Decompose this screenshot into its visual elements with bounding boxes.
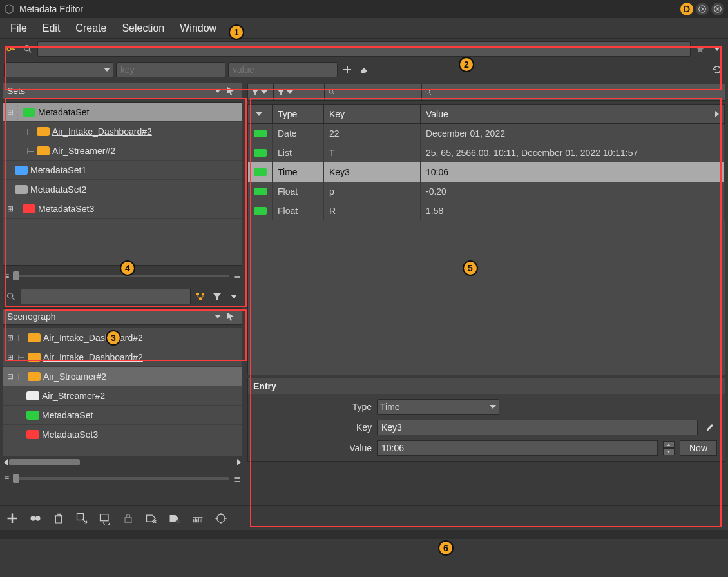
node-label: MetadataSet1 xyxy=(30,165,86,175)
assign-scene-button[interactable] xyxy=(98,511,112,525)
entry-value-input[interactable] xyxy=(377,440,658,456)
node-label: MetadataSet3 xyxy=(42,429,98,440)
table-body[interactable]: Date 22 December 01, 2022 List T 25, 65,… xyxy=(247,124,725,375)
star-icon[interactable] xyxy=(693,42,707,56)
remove-tag-button[interactable] xyxy=(144,511,158,525)
menu-edit[interactable]: Edit xyxy=(36,20,67,37)
th-value[interactable]: Value xyxy=(421,105,725,123)
expand-toggle[interactable]: ⊟ xyxy=(6,372,15,381)
edit-icon[interactable] xyxy=(703,420,717,435)
node-icon xyxy=(28,353,41,362)
scroll-right-icon[interactable] xyxy=(715,111,719,117)
now-button[interactable]: Now xyxy=(680,440,717,456)
table-row[interactable]: Time Key3 10:06 xyxy=(248,162,725,182)
pointer-icon[interactable] xyxy=(224,84,238,98)
app-icon xyxy=(4,4,14,14)
cell-type: Float xyxy=(273,201,324,220)
table-row[interactable]: Date 22 December 01, 2022 xyxy=(248,124,725,143)
cell-type: Date xyxy=(273,124,324,143)
scenegraph-header-label: Scenegraph xyxy=(7,311,212,322)
tree-row[interactable]: ⊟ MetadataSet xyxy=(3,103,242,122)
sets-tree[interactable]: ⊟ MetadataSet ⊢ Air_Intake_Dashboard#2 ⊢… xyxy=(3,102,242,266)
row-tag-icon xyxy=(254,188,267,195)
scenegraph-zoom-slider[interactable]: ≡ ≣ xyxy=(4,471,241,486)
menu-selection[interactable]: Selection xyxy=(115,20,171,37)
tree-row[interactable]: MetadataSet2 xyxy=(3,180,242,199)
tree-row[interactable]: MetadataSet xyxy=(3,406,242,425)
value-input[interactable] xyxy=(228,62,338,77)
delete-button[interactable] xyxy=(52,511,66,525)
tree-row[interactable]: ⊟ ⊢ Air_Streamer#2 xyxy=(3,367,242,386)
svg-point-3 xyxy=(24,46,30,51)
svg-rect-7 xyxy=(199,298,202,300)
lock-button[interactable] xyxy=(121,511,135,525)
filter-icon[interactable] xyxy=(210,289,224,304)
svg-rect-13 xyxy=(101,514,109,520)
scenegraph-tree[interactable]: ⊞ ⊢ Air_Intake_Dashboard#2 ⊞ ⊢ Air_Intak… xyxy=(3,328,242,456)
filter-key-cell[interactable] xyxy=(325,84,421,101)
th-icon[interactable] xyxy=(248,105,273,123)
th-key[interactable]: Key xyxy=(324,105,421,123)
tree-row[interactable]: ⊢ Air_Intake_Dashboard#2 xyxy=(3,122,242,141)
brush-button[interactable] xyxy=(191,511,205,525)
callout-6: 6 xyxy=(438,540,454,556)
entry-key-input[interactable] xyxy=(377,420,698,435)
menu-window[interactable]: Window xyxy=(173,20,223,37)
scenegraph-dropdown-icon[interactable] xyxy=(215,315,221,318)
cell-key: 22 xyxy=(324,124,421,143)
refresh-icon[interactable] xyxy=(710,63,724,77)
assign-select-button[interactable] xyxy=(75,511,89,525)
tree-row[interactable]: ⊞ ⊢ Air_Intake_Dashboard#2 xyxy=(3,347,242,367)
expand-toggle[interactable]: ⊞ xyxy=(6,333,15,342)
tree-row[interactable]: MetadataSet3 xyxy=(3,425,242,444)
tree-row[interactable]: ⊞ MetadataSet3 xyxy=(3,199,242,219)
filter-value-cell[interactable] xyxy=(421,84,725,101)
remove-tag2-button[interactable] xyxy=(168,511,182,525)
filter-icon-cell[interactable] xyxy=(247,84,273,101)
table-row[interactable]: Float p -0.20 xyxy=(248,182,725,201)
scenegraph-hscroll[interactable] xyxy=(3,458,242,467)
key-icon[interactable] xyxy=(4,42,18,56)
svg-point-0 xyxy=(699,6,706,13)
kv-type-combo[interactable] xyxy=(4,62,113,77)
detach-button[interactable] xyxy=(696,3,709,15)
pin-icon: ⊢ xyxy=(17,371,25,382)
erase-icon[interactable] xyxy=(357,63,371,77)
node-label: Air_Intake_Dashboard#2 xyxy=(43,352,143,362)
filter-dropdown[interactable] xyxy=(227,289,241,304)
entry-value-label: Value xyxy=(256,443,372,453)
key-input[interactable] xyxy=(116,62,225,77)
global-search-input[interactable] xyxy=(37,41,691,57)
scenegraph-header[interactable]: Scenegraph xyxy=(3,308,242,325)
d-badge[interactable]: D xyxy=(680,3,693,15)
add-button[interactable] xyxy=(5,511,19,525)
expand-toggle[interactable]: ⊞ xyxy=(6,353,15,362)
scenegraph-search-input[interactable] xyxy=(21,289,191,304)
menu-create[interactable]: Create xyxy=(69,20,113,37)
tree-row[interactable]: ⊢ Air_Streamer#2 xyxy=(3,141,242,161)
duplicate-button[interactable] xyxy=(28,511,43,525)
node-label: MetadataSet xyxy=(38,107,89,117)
list-small-icon: ≡ xyxy=(4,473,9,484)
sets-header-dropdown-icon[interactable] xyxy=(215,89,221,93)
expand-toggle[interactable]: ⊟ xyxy=(6,108,15,117)
sets-header[interactable]: Sets xyxy=(3,83,242,99)
table-row[interactable]: Float R 1.58 xyxy=(248,201,725,220)
pointer-icon[interactable] xyxy=(224,309,238,324)
tree-row[interactable]: Air_Streamer#2 xyxy=(3,386,242,406)
pin-icon: ⊢ xyxy=(17,352,25,362)
hierarchy-icon[interactable] xyxy=(193,289,207,304)
entry-type-combo[interactable]: Time xyxy=(377,399,499,415)
value-spinner[interactable]: ▲▼ xyxy=(663,441,675,455)
th-type[interactable]: Type xyxy=(273,105,324,123)
menu-file[interactable]: File xyxy=(4,20,34,37)
search-dropdown[interactable] xyxy=(710,42,724,56)
close-button[interactable] xyxy=(711,3,724,15)
add-icon[interactable] xyxy=(340,63,354,77)
tree-row[interactable]: MetadataSet1 xyxy=(3,161,242,180)
expand-toggle[interactable]: ⊞ xyxy=(6,204,15,213)
tree-row[interactable]: ⊞ ⊢ Air_Intake_Dashboard#2 xyxy=(3,328,242,347)
filter-type-cell[interactable] xyxy=(273,84,325,101)
target-button[interactable] xyxy=(214,511,228,525)
table-row[interactable]: List T 25, 65, 2566.00, 10:11, December … xyxy=(248,143,725,162)
